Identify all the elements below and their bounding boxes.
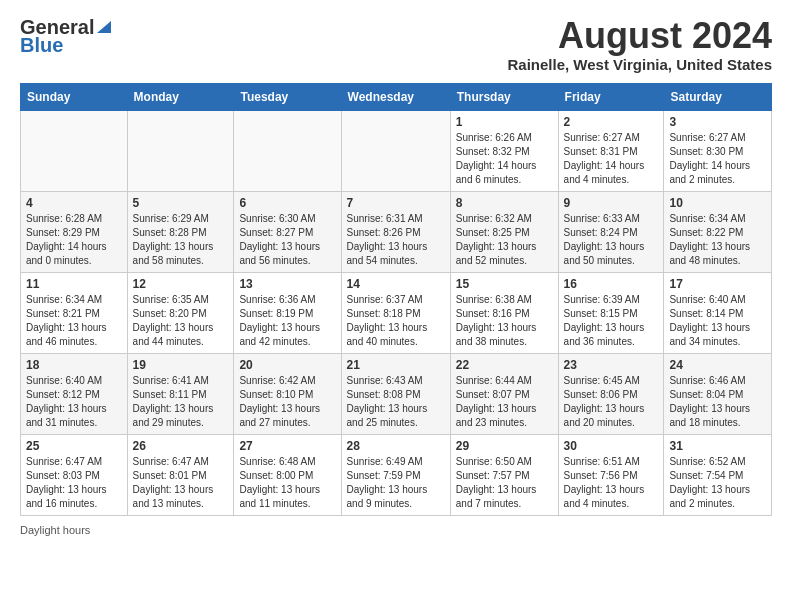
day-info: Sunrise: 6:39 AM Sunset: 8:15 PM Dayligh… — [564, 293, 659, 349]
day-info: Sunrise: 6:26 AM Sunset: 8:32 PM Dayligh… — [456, 131, 553, 187]
day-number: 10 — [669, 196, 766, 210]
calendar-cell: 1Sunrise: 6:26 AM Sunset: 8:32 PM Daylig… — [450, 110, 558, 191]
day-info: Sunrise: 6:34 AM Sunset: 8:22 PM Dayligh… — [669, 212, 766, 268]
day-info: Sunrise: 6:41 AM Sunset: 8:11 PM Dayligh… — [133, 374, 229, 430]
day-info: Sunrise: 6:50 AM Sunset: 7:57 PM Dayligh… — [456, 455, 553, 511]
day-info: Sunrise: 6:29 AM Sunset: 8:28 PM Dayligh… — [133, 212, 229, 268]
day-info: Sunrise: 6:42 AM Sunset: 8:10 PM Dayligh… — [239, 374, 335, 430]
day-number: 8 — [456, 196, 553, 210]
logo-blue: Blue — [20, 34, 63, 57]
day-number: 24 — [669, 358, 766, 372]
calendar-cell: 21Sunrise: 6:43 AM Sunset: 8:08 PM Dayli… — [341, 353, 450, 434]
calendar-cell: 13Sunrise: 6:36 AM Sunset: 8:19 PM Dayli… — [234, 272, 341, 353]
day-info: Sunrise: 6:43 AM Sunset: 8:08 PM Dayligh… — [347, 374, 445, 430]
day-number: 18 — [26, 358, 122, 372]
day-info: Sunrise: 6:30 AM Sunset: 8:27 PM Dayligh… — [239, 212, 335, 268]
footer: Daylight hours — [20, 524, 772, 536]
day-info: Sunrise: 6:44 AM Sunset: 8:07 PM Dayligh… — [456, 374, 553, 430]
day-number: 13 — [239, 277, 335, 291]
day-number: 1 — [456, 115, 553, 129]
calendar-cell: 28Sunrise: 6:49 AM Sunset: 7:59 PM Dayli… — [341, 434, 450, 515]
calendar-cell: 31Sunrise: 6:52 AM Sunset: 7:54 PM Dayli… — [664, 434, 772, 515]
day-of-week-header: Monday — [127, 83, 234, 110]
day-number: 2 — [564, 115, 659, 129]
calendar-cell: 4Sunrise: 6:28 AM Sunset: 8:29 PM Daylig… — [21, 191, 128, 272]
calendar-cell: 22Sunrise: 6:44 AM Sunset: 8:07 PM Dayli… — [450, 353, 558, 434]
calendar-cell: 18Sunrise: 6:40 AM Sunset: 8:12 PM Dayli… — [21, 353, 128, 434]
day-info: Sunrise: 6:38 AM Sunset: 8:16 PM Dayligh… — [456, 293, 553, 349]
calendar-cell: 26Sunrise: 6:47 AM Sunset: 8:01 PM Dayli… — [127, 434, 234, 515]
logo: General Blue — [20, 16, 113, 57]
calendar-cell: 12Sunrise: 6:35 AM Sunset: 8:20 PM Dayli… — [127, 272, 234, 353]
day-number: 6 — [239, 196, 335, 210]
calendar-cell: 2Sunrise: 6:27 AM Sunset: 8:31 PM Daylig… — [558, 110, 664, 191]
calendar-cell: 19Sunrise: 6:41 AM Sunset: 8:11 PM Dayli… — [127, 353, 234, 434]
day-of-week-header: Saturday — [664, 83, 772, 110]
header: General Blue August 2024 Rainelle, West … — [20, 16, 772, 73]
day-number: 4 — [26, 196, 122, 210]
day-info: Sunrise: 6:28 AM Sunset: 8:29 PM Dayligh… — [26, 212, 122, 268]
day-number: 25 — [26, 439, 122, 453]
calendar-cell: 29Sunrise: 6:50 AM Sunset: 7:57 PM Dayli… — [450, 434, 558, 515]
day-number: 11 — [26, 277, 122, 291]
calendar-cell — [21, 110, 128, 191]
day-info: Sunrise: 6:27 AM Sunset: 8:30 PM Dayligh… — [669, 131, 766, 187]
day-number: 30 — [564, 439, 659, 453]
day-number: 27 — [239, 439, 335, 453]
day-info: Sunrise: 6:34 AM Sunset: 8:21 PM Dayligh… — [26, 293, 122, 349]
calendar-cell: 27Sunrise: 6:48 AM Sunset: 8:00 PM Dayli… — [234, 434, 341, 515]
day-number: 20 — [239, 358, 335, 372]
calendar-cell: 14Sunrise: 6:37 AM Sunset: 8:18 PM Dayli… — [341, 272, 450, 353]
day-of-week-header: Friday — [558, 83, 664, 110]
day-number: 23 — [564, 358, 659, 372]
day-of-week-header: Wednesday — [341, 83, 450, 110]
day-info: Sunrise: 6:47 AM Sunset: 8:01 PM Dayligh… — [133, 455, 229, 511]
calendar-table: SundayMondayTuesdayWednesdayThursdayFrid… — [20, 83, 772, 516]
day-info: Sunrise: 6:36 AM Sunset: 8:19 PM Dayligh… — [239, 293, 335, 349]
day-info: Sunrise: 6:51 AM Sunset: 7:56 PM Dayligh… — [564, 455, 659, 511]
day-number: 5 — [133, 196, 229, 210]
svg-marker-0 — [97, 21, 111, 33]
calendar-cell: 15Sunrise: 6:38 AM Sunset: 8:16 PM Dayli… — [450, 272, 558, 353]
calendar-cell: 16Sunrise: 6:39 AM Sunset: 8:15 PM Dayli… — [558, 272, 664, 353]
day-number: 15 — [456, 277, 553, 291]
day-info: Sunrise: 6:32 AM Sunset: 8:25 PM Dayligh… — [456, 212, 553, 268]
day-info: Sunrise: 6:27 AM Sunset: 8:31 PM Dayligh… — [564, 131, 659, 187]
day-number: 19 — [133, 358, 229, 372]
day-info: Sunrise: 6:52 AM Sunset: 7:54 PM Dayligh… — [669, 455, 766, 511]
calendar-cell: 11Sunrise: 6:34 AM Sunset: 8:21 PM Dayli… — [21, 272, 128, 353]
day-number: 9 — [564, 196, 659, 210]
calendar-cell: 8Sunrise: 6:32 AM Sunset: 8:25 PM Daylig… — [450, 191, 558, 272]
day-of-week-header: Tuesday — [234, 83, 341, 110]
day-of-week-header: Sunday — [21, 83, 128, 110]
calendar-cell — [341, 110, 450, 191]
day-info: Sunrise: 6:49 AM Sunset: 7:59 PM Dayligh… — [347, 455, 445, 511]
day-number: 26 — [133, 439, 229, 453]
day-number: 16 — [564, 277, 659, 291]
calendar-cell: 7Sunrise: 6:31 AM Sunset: 8:26 PM Daylig… — [341, 191, 450, 272]
day-number: 31 — [669, 439, 766, 453]
day-info: Sunrise: 6:47 AM Sunset: 8:03 PM Dayligh… — [26, 455, 122, 511]
day-number: 12 — [133, 277, 229, 291]
day-info: Sunrise: 6:45 AM Sunset: 8:06 PM Dayligh… — [564, 374, 659, 430]
footer-text: Daylight hours — [20, 524, 90, 536]
day-info: Sunrise: 6:37 AM Sunset: 8:18 PM Dayligh… — [347, 293, 445, 349]
calendar-cell: 23Sunrise: 6:45 AM Sunset: 8:06 PM Dayli… — [558, 353, 664, 434]
day-number: 7 — [347, 196, 445, 210]
title-area: August 2024 Rainelle, West Virginia, Uni… — [507, 16, 772, 73]
calendar-cell: 25Sunrise: 6:47 AM Sunset: 8:03 PM Dayli… — [21, 434, 128, 515]
calendar-cell — [127, 110, 234, 191]
logo-icon — [95, 17, 113, 35]
day-info: Sunrise: 6:40 AM Sunset: 8:12 PM Dayligh… — [26, 374, 122, 430]
calendar-cell: 17Sunrise: 6:40 AM Sunset: 8:14 PM Dayli… — [664, 272, 772, 353]
calendar-cell: 30Sunrise: 6:51 AM Sunset: 7:56 PM Dayli… — [558, 434, 664, 515]
day-info: Sunrise: 6:46 AM Sunset: 8:04 PM Dayligh… — [669, 374, 766, 430]
day-info: Sunrise: 6:40 AM Sunset: 8:14 PM Dayligh… — [669, 293, 766, 349]
calendar-cell: 24Sunrise: 6:46 AM Sunset: 8:04 PM Dayli… — [664, 353, 772, 434]
calendar-cell: 9Sunrise: 6:33 AM Sunset: 8:24 PM Daylig… — [558, 191, 664, 272]
calendar-cell: 20Sunrise: 6:42 AM Sunset: 8:10 PM Dayli… — [234, 353, 341, 434]
day-of-week-header: Thursday — [450, 83, 558, 110]
location: Rainelle, West Virginia, United States — [507, 56, 772, 73]
day-info: Sunrise: 6:35 AM Sunset: 8:20 PM Dayligh… — [133, 293, 229, 349]
day-number: 17 — [669, 277, 766, 291]
